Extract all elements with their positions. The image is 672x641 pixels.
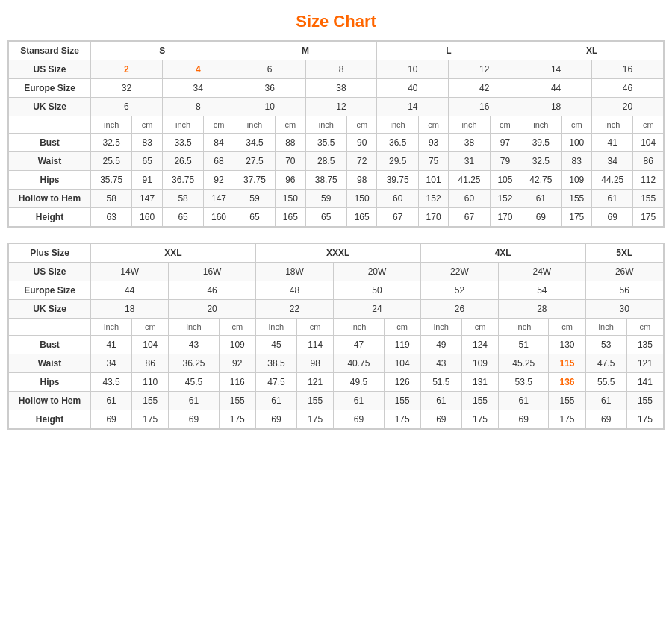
standard-cell-4-1: 160: [132, 208, 162, 227]
plus-eu-46: 46: [169, 281, 256, 300]
standard-cell-4-12: 69: [520, 208, 561, 227]
standard-cell-3-14: 61: [592, 190, 633, 208]
standard-cell-1-1: 65: [132, 152, 162, 171]
us-16: 16: [592, 60, 664, 79]
plus-us-14w: 14W: [91, 263, 169, 281]
plus-cell-2-7: 126: [384, 373, 420, 392]
plus-cell-3-5: 155: [297, 392, 334, 410]
plus-cell-1-10: 45.25: [499, 354, 549, 373]
standard-cell-1-2: 26.5: [162, 152, 203, 171]
standard-cell-0-5: 88: [276, 134, 305, 152]
standard-cell-3-2: 58: [162, 190, 203, 208]
standard-cell-3-15: 155: [633, 190, 664, 208]
standard-cell-0-15: 104: [633, 134, 664, 152]
unit-cm-1: cm: [132, 116, 162, 134]
standard-cell-4-3: 160: [204, 208, 234, 227]
plus-unit-inch-2: inch: [169, 319, 219, 336]
standard-cell-2-12: 42.75: [520, 171, 561, 190]
uk-16: 16: [449, 98, 520, 116]
unit-inch-8: inch: [592, 116, 633, 134]
plus-cell-2-2: 45.5: [169, 373, 219, 392]
plus-unit-inch-5: inch: [420, 319, 461, 336]
plus-cell-0-0: 41: [91, 336, 132, 354]
plus-cell-2-6: 49.5: [334, 373, 384, 392]
standard-cell-0-10: 38: [449, 134, 490, 152]
plus-eu-50: 50: [334, 281, 421, 300]
eu-40: 40: [377, 79, 449, 98]
standard-cell-2-11: 105: [490, 171, 520, 190]
plus-cell-0-13: 135: [626, 336, 663, 354]
plus-uk-28: 28: [499, 300, 586, 319]
uk-6: 6: [91, 98, 163, 116]
plus-eu-48: 48: [255, 281, 333, 300]
standard-cell-2-6: 38.75: [305, 171, 346, 190]
plus-cell-2-13: 141: [626, 373, 663, 392]
standard-size-m: M: [234, 42, 377, 60]
standard-cell-4-13: 175: [561, 208, 591, 227]
plus-cell-2-9: 131: [461, 373, 498, 392]
unit-cm-2: cm: [204, 116, 234, 134]
plus-cell-0-4: 45: [255, 336, 296, 354]
unit-spacer: [9, 116, 91, 134]
standard-cell-4-10: 67: [449, 208, 490, 227]
standard-cell-1-12: 32.5: [520, 152, 561, 171]
plus-cell-4-6: 69: [334, 410, 384, 429]
plus-cell-4-7: 175: [384, 410, 420, 429]
standard-cell-3-5: 150: [276, 190, 305, 208]
plus-us-22w: 22W: [420, 263, 498, 281]
plus-cell-4-11: 175: [549, 410, 585, 429]
plus-us-16w: 16W: [169, 263, 256, 281]
plus-us-size-label: US Size: [9, 263, 91, 281]
plus-us-20w: 20W: [334, 263, 421, 281]
plus-unit-inch-7: inch: [585, 319, 626, 336]
plus-cell-2-8: 51.5: [420, 373, 461, 392]
plus-uk-size-label: UK Size: [9, 300, 91, 319]
standard-cell-1-13: 83: [561, 152, 591, 171]
plus-cell-1-2: 36.25: [169, 354, 219, 373]
standard-cell-2-15: 112: [633, 171, 664, 190]
standard-cell-1-10: 31: [449, 152, 490, 171]
standard-cell-1-14: 34: [592, 152, 633, 171]
plus-unit-inch-4: inch: [334, 319, 384, 336]
plus-eu-52: 52: [420, 281, 498, 300]
standard-cell-1-6: 28.5: [305, 152, 346, 171]
standard-cell-3-6: 59: [305, 190, 346, 208]
plus-cell-3-13: 155: [626, 392, 663, 410]
unit-inch-6: inch: [449, 116, 490, 134]
plus-unit-cm-2: cm: [219, 319, 255, 336]
plus-cell-2-3: 116: [219, 373, 255, 392]
standard-cell-0-8: 36.5: [377, 134, 418, 152]
plus-unit-spacer: [9, 319, 91, 336]
standard-cell-1-11: 79: [490, 152, 520, 171]
standard-cell-2-7: 98: [346, 171, 376, 190]
standard-cell-4-8: 67: [377, 208, 418, 227]
plus-size-table: Plus Size XXL XXXL 4XL 5XL US Size 14W 1…: [7, 243, 665, 430]
standard-cell-4-7: 165: [346, 208, 376, 227]
plus-cell-3-9: 155: [461, 392, 498, 410]
plus-cell-4-4: 69: [255, 410, 296, 429]
plus-row-label-0: Bust: [9, 336, 91, 354]
uk-20: 20: [592, 98, 664, 116]
plus-cell-3-6: 61: [334, 392, 384, 410]
standard-cell-0-6: 35.5: [305, 134, 346, 152]
standard-cell-2-8: 39.75: [377, 171, 418, 190]
plus-cell-4-0: 69: [91, 410, 132, 429]
plus-unit-inch-6: inch: [499, 319, 549, 336]
unit-cm-6: cm: [490, 116, 520, 134]
standard-cell-4-6: 65: [305, 208, 346, 227]
standard-cell-1-8: 29.5: [377, 152, 418, 171]
plus-us-18w: 18W: [255, 263, 333, 281]
us-14: 14: [520, 60, 592, 79]
standard-cell-2-14: 44.25: [592, 171, 633, 190]
plus-cell-4-3: 175: [219, 410, 255, 429]
eu-32: 32: [91, 79, 163, 98]
plus-cell-3-7: 155: [384, 392, 420, 410]
plus-cell-1-13: 121: [626, 354, 663, 373]
plus-uk-30: 30: [585, 300, 663, 319]
plus-uk-18: 18: [91, 300, 169, 319]
uk-8: 8: [162, 98, 234, 116]
standard-cell-0-7: 90: [346, 134, 376, 152]
plus-cell-1-7: 104: [384, 354, 420, 373]
standard-cell-0-12: 39.5: [520, 134, 561, 152]
standard-cell-2-5: 96: [276, 171, 305, 190]
